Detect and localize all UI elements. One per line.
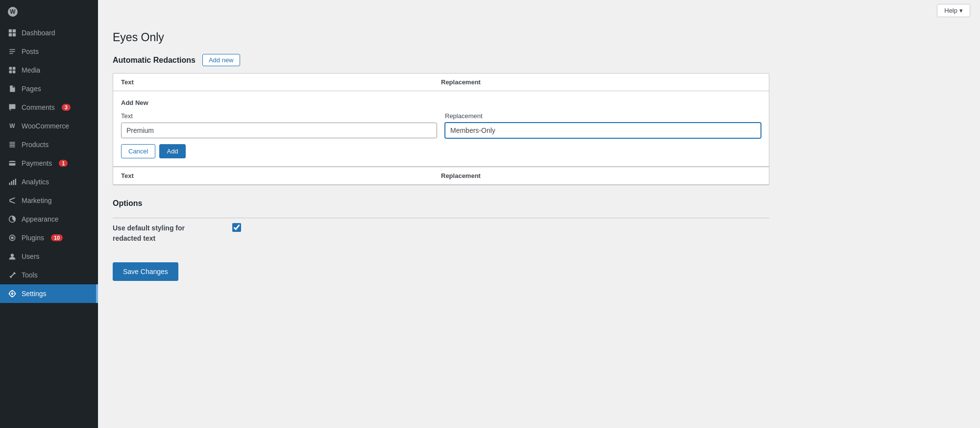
sidebar-item-woocommerce[interactable]: W WooCommerce bbox=[0, 117, 98, 135]
svg-rect-6 bbox=[9, 71, 12, 74]
plugins-icon bbox=[8, 233, 17, 242]
help-button[interactable]: Help ▾ bbox=[937, 4, 970, 17]
add-new-button[interactable]: Add new bbox=[202, 54, 240, 66]
svg-rect-9 bbox=[9, 162, 16, 163]
media-icon bbox=[8, 66, 17, 75]
top-table-header: Text Replacement bbox=[113, 74, 769, 91]
comments-icon bbox=[8, 103, 17, 112]
dashboard-icon bbox=[8, 28, 17, 37]
bottom-table-header: Text Replacement bbox=[113, 167, 769, 185]
sidebar-item-media[interactable]: Media bbox=[0, 61, 98, 79]
sidebar-item-label: WooCommerce bbox=[22, 122, 69, 130]
svg-rect-11 bbox=[11, 181, 12, 185]
plugins-badge: 10 bbox=[51, 234, 63, 241]
bottom-table-col-replacement: Replacement bbox=[441, 172, 761, 179]
sidebar-item-label: Posts bbox=[22, 48, 39, 55]
sidebar-item-label: Appearance bbox=[22, 215, 59, 223]
add-new-row-label: Add New bbox=[121, 99, 761, 106]
sidebar-item-dashboard[interactable]: Dashboard bbox=[0, 24, 98, 42]
marketing-icon bbox=[8, 196, 17, 205]
tools-icon bbox=[8, 271, 17, 279]
svg-rect-1 bbox=[13, 29, 16, 32]
appearance-icon bbox=[8, 215, 17, 224]
pages-icon bbox=[8, 84, 17, 93]
default-styling-label: Use default styling forredacted text bbox=[113, 223, 220, 244]
svg-rect-10 bbox=[9, 183, 10, 185]
help-label: Help bbox=[944, 7, 957, 14]
main-content: Help ▾ Eyes Only Automatic Redactions Ad… bbox=[98, 0, 980, 428]
page-content: Eyes Only Automatic Redactions Add new T… bbox=[98, 21, 784, 301]
automatic-redactions-header: Automatic Redactions Add new bbox=[113, 54, 769, 66]
svg-rect-2 bbox=[9, 33, 12, 36]
sidebar-item-tools[interactable]: Tools bbox=[0, 266, 98, 284]
text-field-group: Text bbox=[121, 112, 437, 138]
add-new-row: Add New Text Replacement Cancel Add bbox=[113, 91, 769, 167]
default-styling-checkbox-wrap[interactable] bbox=[232, 223, 243, 234]
sidebar-item-label: Pages bbox=[22, 85, 41, 93]
options-title: Options bbox=[113, 199, 769, 208]
page-title: Eyes Only bbox=[113, 31, 769, 44]
options-section: Options Use default styling forredacted … bbox=[113, 199, 769, 249]
add-new-form-fields: Text Replacement bbox=[121, 112, 761, 138]
sidebar-item-marketing[interactable]: Marketing bbox=[0, 191, 98, 210]
sidebar-item-users[interactable]: Users bbox=[0, 247, 98, 266]
sidebar-item-label: Comments bbox=[22, 103, 55, 111]
sidebar-item-label: Dashboard bbox=[22, 29, 55, 37]
chevron-down-icon: ▾ bbox=[959, 7, 963, 14]
sidebar-item-plugins[interactable]: Plugins 10 bbox=[0, 228, 98, 247]
posts-icon bbox=[8, 47, 17, 56]
sidebar-item-label: Marketing bbox=[22, 197, 51, 204]
sidebar-item-label: Products bbox=[22, 141, 49, 149]
sidebar-item-posts[interactable]: Posts bbox=[0, 42, 98, 61]
sidebar-item-settings[interactable]: Settings bbox=[0, 284, 98, 303]
sidebar-item-label: Analytics bbox=[22, 178, 49, 186]
sidebar-item-products[interactable]: Products bbox=[0, 135, 98, 154]
form-actions: Cancel Add bbox=[121, 144, 761, 158]
svg-rect-0 bbox=[9, 29, 12, 32]
default-styling-option-row: Use default styling forredacted text bbox=[113, 218, 769, 249]
replacement-input[interactable] bbox=[445, 123, 761, 138]
sidebar-item-label: Plugins bbox=[22, 234, 44, 242]
text-field-label: Text bbox=[121, 112, 437, 120]
svg-rect-3 bbox=[13, 33, 16, 36]
replacement-field-group: Replacement bbox=[445, 112, 761, 138]
sidebar-item-label: Users bbox=[22, 252, 40, 260]
svg-point-16 bbox=[11, 253, 14, 256]
sidebar-logo: W bbox=[0, 0, 98, 24]
sidebar-item-comments[interactable]: Comments 3 bbox=[0, 98, 98, 117]
woocommerce-icon: W bbox=[8, 122, 17, 130]
sidebar-item-analytics[interactable]: Analytics bbox=[0, 173, 98, 191]
settings-icon bbox=[8, 289, 17, 298]
cancel-button[interactable]: Cancel bbox=[121, 144, 155, 158]
bottom-table-col-text: Text bbox=[121, 172, 441, 179]
text-input[interactable] bbox=[121, 123, 437, 138]
top-table-col-replacement: Replacement bbox=[441, 78, 761, 86]
analytics-icon bbox=[8, 177, 17, 186]
svg-rect-13 bbox=[15, 179, 16, 185]
payments-badge: 1 bbox=[59, 160, 68, 167]
users-icon bbox=[8, 252, 17, 261]
sidebar-item-payments[interactable]: Payments 1 bbox=[0, 154, 98, 173]
sidebar: W Dashboard Posts Media Pages Comments 3… bbox=[0, 0, 98, 428]
sidebar-item-label: Payments bbox=[22, 159, 52, 167]
svg-rect-4 bbox=[9, 67, 12, 70]
wp-logo-icon: W bbox=[8, 7, 18, 17]
replacement-field-label: Replacement bbox=[445, 112, 761, 120]
sidebar-item-pages[interactable]: Pages bbox=[0, 79, 98, 98]
sidebar-item-label: Media bbox=[22, 66, 40, 74]
products-icon bbox=[8, 140, 17, 149]
comments-badge: 3 bbox=[62, 104, 71, 111]
default-styling-checkbox[interactable] bbox=[232, 223, 241, 232]
default-styling-control bbox=[232, 223, 243, 234]
sidebar-item-appearance[interactable]: Appearance bbox=[0, 210, 98, 228]
topbar: Help ▾ bbox=[98, 0, 980, 21]
svg-rect-7 bbox=[13, 71, 16, 74]
sidebar-item-label: Tools bbox=[22, 271, 38, 279]
top-table-col-text: Text bbox=[121, 78, 441, 86]
add-button[interactable]: Add bbox=[159, 144, 185, 158]
save-changes-button[interactable]: Save Changes bbox=[113, 262, 178, 281]
svg-rect-5 bbox=[13, 67, 16, 70]
payments-icon bbox=[8, 159, 17, 168]
redactions-top-table: Text Replacement Add New Text Replacemen… bbox=[113, 73, 769, 185]
svg-rect-12 bbox=[13, 180, 14, 185]
